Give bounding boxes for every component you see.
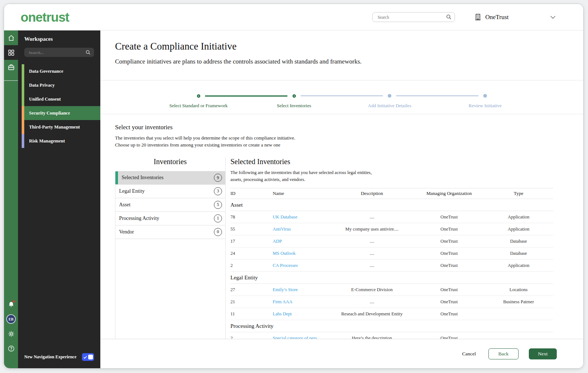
sidebar-item-security-compliance[interactable]: Security Compliance xyxy=(18,106,100,120)
home-button[interactable] xyxy=(4,30,18,45)
cell-id: 11 xyxy=(230,311,273,317)
count-badge: 5 xyxy=(214,201,222,209)
sidebar-item-data-privacy[interactable]: Data Privacy xyxy=(18,78,100,92)
columns: Inventories Selected Inventories9Legal E… xyxy=(115,157,553,339)
step-label: Review Initiative xyxy=(469,103,502,109)
back-button[interactable]: Back xyxy=(488,348,519,359)
cell-type: Application xyxy=(484,214,553,220)
next-button[interactable]: Next xyxy=(529,348,557,359)
inventory-filter-vendor[interactable]: Vendor0 xyxy=(115,225,225,239)
count-badge: 0 xyxy=(214,228,222,236)
sidebar-item-data-governance[interactable]: Data Governance xyxy=(18,64,100,78)
global-search-input[interactable] xyxy=(372,12,455,22)
step-dot-icon xyxy=(483,94,487,98)
cell-name-link[interactable]: CA Processes xyxy=(273,263,330,268)
inventories-table: IDNameDescriptionManaging OrganizationTy… xyxy=(230,188,553,339)
home-icon xyxy=(8,35,15,41)
table-row: 55AntiVirusMy company uses antivire....O… xyxy=(230,223,553,235)
org-switcher[interactable]: OneTrust xyxy=(474,13,509,21)
avatar: EB xyxy=(6,314,16,324)
cell-id: 55 xyxy=(230,227,273,232)
column-header-description: Description xyxy=(330,191,414,196)
wizard-footer: Cancel Back Next xyxy=(100,339,583,368)
sidebar-item-third-party-management[interactable]: Third-Party Management xyxy=(18,120,100,134)
inventories-panel-title: Inventories xyxy=(115,157,225,166)
icon-rail: EB xyxy=(4,30,18,368)
cell-managing-org: OneTrust xyxy=(414,336,484,339)
step-review-initiative[interactable]: Review Initiative xyxy=(437,93,533,114)
sidebar-item-unified-consent[interactable]: Unified Consent xyxy=(18,92,100,106)
cell-description: .... xyxy=(330,263,414,268)
search-icon xyxy=(446,14,452,20)
cell-name-link[interactable]: Labs Dept xyxy=(273,311,330,317)
cell-description: .... xyxy=(330,251,414,256)
building-icon xyxy=(474,13,482,21)
profile-button[interactable]: EB xyxy=(4,312,18,326)
cell-type: Database xyxy=(484,239,553,244)
help-button[interactable] xyxy=(4,341,18,356)
cell-type: Locations xyxy=(484,287,553,293)
column-header-managing-organization: Managing Organization xyxy=(414,191,484,196)
new-nav-toggle[interactable] xyxy=(82,353,94,361)
step-circle-icon xyxy=(197,94,200,98)
inventory-filter-label: Legal Entity xyxy=(119,188,145,194)
table-row: 11Labs DeptReseach and Development Entit… xyxy=(230,308,553,320)
search-icon xyxy=(85,50,91,55)
table-header-row: IDNameDescriptionManaging OrganizationTy… xyxy=(230,188,553,199)
settings-button[interactable] xyxy=(4,326,18,341)
new-nav-label: New Navigation Experience xyxy=(24,354,76,360)
cell-managing-org: OneTrust xyxy=(414,287,484,293)
sidebar-search-input[interactable] xyxy=(24,48,94,57)
inventory-filter-selected-inventories[interactable]: Selected Inventories9 xyxy=(115,171,225,185)
cell-managing-org: OneTrust xyxy=(414,263,484,268)
table-row: 2CA Processes....OneTrustApplication xyxy=(230,260,553,272)
projects-button[interactable] xyxy=(4,60,18,75)
cell-description: .... xyxy=(330,239,414,244)
cell-managing-org: OneTrust xyxy=(414,251,484,256)
selected-panel-description: The following are the inventories that y… xyxy=(230,169,553,184)
table-row: 24MS Outlook....OneTrustDatabase xyxy=(230,247,553,260)
check-icon xyxy=(83,355,87,359)
cell-name-link[interactable]: Firm AAA xyxy=(273,299,330,305)
cell-type: Application xyxy=(484,227,553,232)
cell-id: 17 xyxy=(230,239,273,244)
notification-badge xyxy=(13,300,15,303)
cell-name-link[interactable]: ADP xyxy=(273,239,330,244)
count-badge: 3 xyxy=(214,187,222,195)
chevron-down-icon[interactable] xyxy=(549,13,557,21)
step-label: Add Initiative Detailes xyxy=(368,103,411,109)
step-label: Select Standard or Framework xyxy=(169,103,227,109)
cell-description: .... xyxy=(330,299,414,305)
cell-name-link[interactable]: Special category of pers... xyxy=(273,336,330,339)
inventory-filter-processing-activity[interactable]: Processing Activity1 xyxy=(115,212,225,225)
notifications-button[interactable] xyxy=(4,297,18,312)
cancel-button[interactable]: Cancel xyxy=(460,351,478,357)
group-name: Legal Entity xyxy=(230,275,258,281)
stepper-section: Select Standard or FrameworkSelect Inven… xyxy=(100,80,583,114)
section-description-line1: The inventories that you select will hel… xyxy=(115,135,553,142)
inventory-filter-label: Vendor xyxy=(119,229,134,235)
workspaces-button[interactable] xyxy=(4,45,18,60)
cell-managing-org: OneTrust xyxy=(414,299,484,305)
section-description-line2: Choose up to 20 inventories from among y… xyxy=(115,142,553,149)
column-header-name: Name xyxy=(273,191,330,196)
inventories-list-wrap: Selected Inventories9Legal Entity3Asset5… xyxy=(115,171,225,339)
count-badge: 1 xyxy=(214,214,222,222)
count-badge: 9 xyxy=(214,174,222,182)
onetrust-logo: onetrust xyxy=(21,10,69,25)
inventory-filter-legal-entity[interactable]: Legal Entity3 xyxy=(115,185,225,198)
table-body: Asset78UK Database....OneTrustApplicatio… xyxy=(230,199,553,339)
cell-name-link[interactable]: AntiVirus xyxy=(273,227,330,232)
section-title: Select your inventories xyxy=(115,124,553,131)
step-label: Select Inventories xyxy=(277,103,311,109)
inventory-filter-label: Selected Inventories xyxy=(122,175,164,181)
sidebar-item-label: Data Governance xyxy=(18,64,100,78)
sidebar-item-label: Third-Party Management xyxy=(18,120,100,134)
cell-name-link[interactable]: Emily’s Store xyxy=(273,287,330,293)
inventory-filter-asset[interactable]: Asset5 xyxy=(115,198,225,212)
cell-name-link[interactable]: UK Database xyxy=(273,214,330,220)
sidebar-item-risk-management[interactable]: Risk Management xyxy=(18,134,100,148)
top-header: onetrust OneTrust xyxy=(4,4,583,30)
cell-managing-org: OneTrust xyxy=(414,214,484,220)
cell-name-link[interactable]: MS Outlook xyxy=(273,251,330,256)
